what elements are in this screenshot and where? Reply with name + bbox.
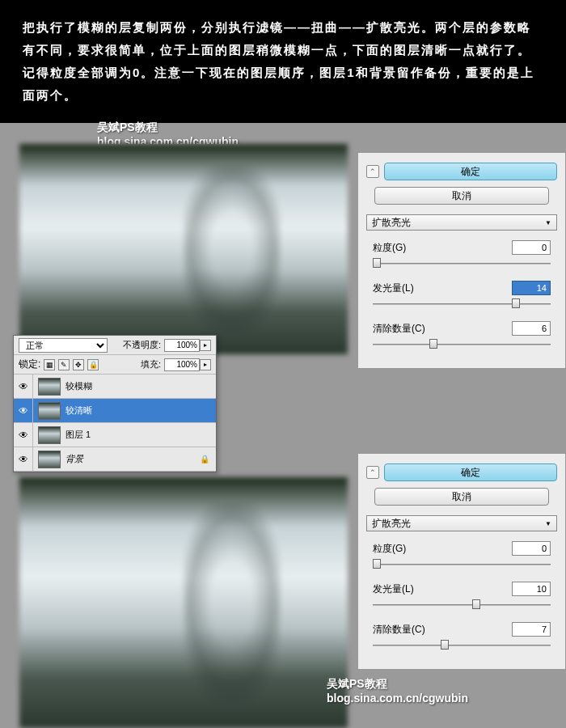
layers-panel: 正常 不透明度: ▸ 锁定: ▦ ✎ ✥ 🔒 填充: ▸ 👁 较模糊 👁 较清晰… [13, 335, 217, 472]
glow-slider[interactable] [373, 599, 551, 612]
fill-label: 填充: [141, 358, 161, 370]
filter-dropdown[interactable]: 扩散亮光▼ [366, 214, 557, 231]
watermark-bottom: 吴斌PS教程blog.sina.com.cn/cgwubin [327, 676, 468, 705]
opacity-input[interactable] [164, 339, 200, 352]
grain-label: 粒度(G) [373, 241, 406, 255]
visibility-eye-icon[interactable]: 👁 [14, 399, 33, 422]
chevron-down-icon: ▼ [545, 219, 551, 226]
layer-thumbnail [38, 426, 61, 444]
layer-row[interactable]: 👁 较模糊 [14, 375, 216, 399]
ok-button[interactable]: 确定 [384, 463, 557, 481]
cancel-button[interactable]: 取消 [374, 187, 549, 205]
fill-flyout-icon[interactable]: ▸ [200, 359, 211, 370]
clear-slider[interactable] [373, 640, 551, 653]
clear-label: 清除数量(C) [373, 623, 425, 637]
lock-icon: 🔒 [200, 455, 216, 463]
canvas-preview-top [0, 144, 348, 354]
lock-all-icon[interactable]: 🔒 [87, 359, 99, 370]
cancel-button[interactable]: 取消 [374, 488, 549, 506]
glow-label: 发光量(L) [373, 281, 414, 295]
glow-input[interactable] [512, 582, 551, 596]
opacity-flyout-icon[interactable]: ▸ [200, 340, 211, 351]
layer-row[interactable]: 👁 背景 🔒 [14, 447, 216, 472]
glow-input[interactable] [512, 281, 551, 295]
clear-input[interactable] [512, 321, 551, 336]
grain-slider[interactable] [373, 559, 551, 572]
blend-mode-select[interactable]: 正常 [19, 338, 108, 353]
instruction-banner: 把执行了模糊的层复制两份，分别执行滤镜——扭曲——扩散亮光。两个层的参数略有不同… [0, 0, 566, 123]
fill-input[interactable] [164, 358, 200, 371]
glow-slider[interactable] [373, 298, 551, 311]
glow-label: 发光量(L) [373, 582, 414, 596]
clear-label: 清除数量(C) [373, 322, 425, 336]
clear-slider[interactable] [373, 339, 551, 352]
visibility-eye-icon[interactable]: 👁 [14, 447, 33, 471]
layer-row[interactable]: 👁 较清晰 [14, 399, 216, 423]
grain-input[interactable] [512, 541, 551, 556]
layer-thumbnail [38, 451, 61, 468]
filter-panel-bottom: ⌃ 确定 取消 扩散亮光▼ 粒度(G) 发光量(L) 清除数量(C) [357, 453, 566, 670]
grain-label: 粒度(G) [373, 542, 406, 556]
layer-row[interactable]: 👁 图层 1 [14, 423, 216, 447]
collapse-icon[interactable]: ⌃ [366, 165, 379, 178]
opacity-label: 不透明度: [123, 339, 161, 351]
lock-transparency-icon[interactable]: ▦ [44, 359, 55, 370]
filter-panel-top: ⌃ 确定 取消 扩散亮光▼ 粒度(G) 发光量(L) 清除数量(C) [357, 152, 566, 369]
grain-input[interactable] [512, 240, 551, 255]
lock-move-icon[interactable]: ✥ [73, 359, 84, 370]
visibility-eye-icon[interactable]: 👁 [14, 423, 33, 447]
layer-thumbnail [38, 378, 61, 396]
ok-button[interactable]: 确定 [384, 163, 557, 180]
lock-brush-icon[interactable]: ✎ [58, 359, 70, 370]
lock-label: 锁定: [19, 358, 40, 371]
visibility-eye-icon[interactable]: 👁 [14, 375, 33, 398]
layer-thumbnail [38, 402, 61, 420]
canvas-preview-bottom [0, 477, 348, 728]
filter-dropdown[interactable]: 扩散亮光▼ [366, 515, 557, 531]
clear-input[interactable] [512, 622, 551, 637]
chevron-down-icon: ▼ [545, 520, 551, 527]
collapse-icon[interactable]: ⌃ [366, 466, 379, 479]
grain-slider[interactable] [373, 258, 551, 271]
